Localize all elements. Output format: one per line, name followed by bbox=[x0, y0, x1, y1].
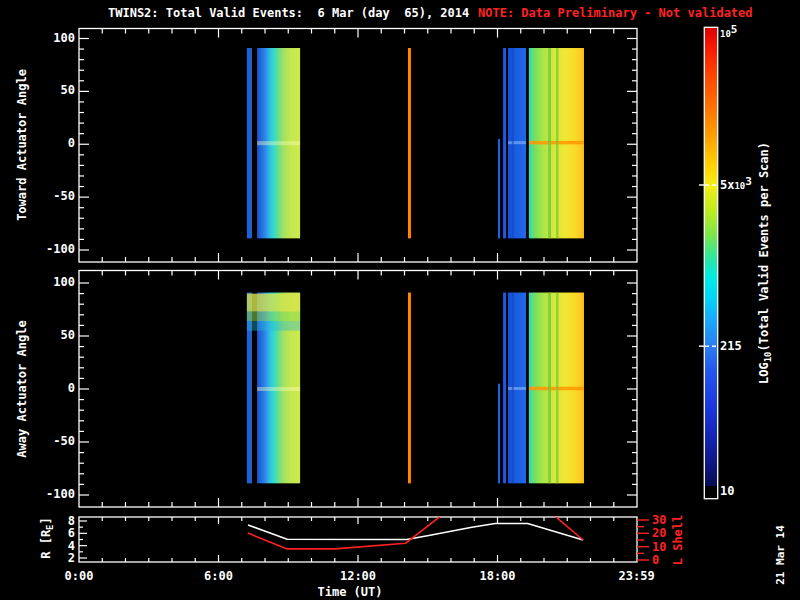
y-axis-label-lshell: L Shell bbox=[671, 515, 685, 566]
x-axis-title: Time (UT) bbox=[270, 585, 430, 599]
preliminary-note: NOTE: Data Preliminary - Not validated bbox=[478, 6, 753, 20]
y-tick-label: 0 bbox=[30, 381, 75, 395]
y-tick-label: -50 bbox=[30, 434, 75, 448]
colorbar-mid-label-1: 5x103 bbox=[720, 178, 752, 193]
figure-canvas bbox=[0, 0, 800, 600]
colorbar-axis-title: LOG10(Total Valid Events per Scan) bbox=[757, 142, 772, 384]
colorbar-max-label: 105 bbox=[720, 26, 737, 41]
y-tick-label: 100 bbox=[30, 31, 75, 45]
y-axis-label-away: Away Actuator Angle bbox=[15, 320, 29, 457]
x-tick-label: 6:00 bbox=[184, 569, 254, 583]
y-axis-label-toward: Toward Actuator Angle bbox=[15, 69, 29, 221]
colorbar-max-base: 10 bbox=[720, 29, 731, 39]
lshell-tick-label: 20 bbox=[652, 526, 666, 540]
lshell-tick-label: 0 bbox=[652, 553, 659, 567]
page-title: TWINS2: Total Valid Events: 6 Mar (day 6… bbox=[108, 6, 469, 20]
date-stamp: 21 Mar 14 bbox=[774, 525, 788, 585]
colorbar-min-label: 10 bbox=[720, 484, 734, 498]
colorbar-title-subscript: 10 bbox=[763, 351, 773, 362]
x-tick-label: 0:00 bbox=[44, 569, 114, 583]
x-tick-label: 12:00 bbox=[323, 569, 393, 583]
colorbar-title-rest: (Total Valid Events per Scan) bbox=[757, 142, 771, 352]
colorbar-mid1-base: 10 bbox=[734, 181, 745, 191]
colorbar-mid1-exponent: 3 bbox=[745, 175, 752, 188]
y-tick-label: -50 bbox=[30, 189, 75, 203]
x-tick-label: 18:00 bbox=[463, 569, 533, 583]
r-tick-label: 2 bbox=[30, 551, 75, 565]
y-tick-label: 50 bbox=[30, 83, 75, 97]
y-tick-label: 50 bbox=[30, 328, 75, 342]
y-tick-label: -100 bbox=[30, 487, 75, 501]
y-tick-label: 0 bbox=[30, 136, 75, 150]
colorbar-title-log: LOG bbox=[757, 362, 771, 384]
x-tick-label: 23:59 bbox=[602, 569, 672, 583]
colorbar-max-exponent: 5 bbox=[731, 23, 738, 36]
lshell-tick-label: 30 bbox=[652, 513, 666, 527]
y-tick-label: 100 bbox=[30, 275, 75, 289]
colorbar-mid-label-2: 215 bbox=[720, 339, 742, 353]
twins2-plot-window: TWINS2: Total Valid Events: 6 Mar (day 6… bbox=[0, 0, 800, 600]
colorbar-mid1-pre: 5x bbox=[720, 178, 734, 192]
lshell-tick-label: 10 bbox=[652, 540, 666, 554]
y-tick-label: -100 bbox=[30, 242, 75, 256]
